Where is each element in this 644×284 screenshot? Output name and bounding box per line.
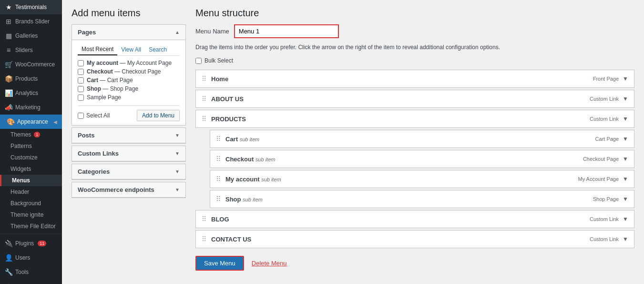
sidebar-item-tools[interactable]: 🔧 Tools [0,265,62,279]
sidebar-item-label: Testimonials [15,4,47,11]
menu-item-cart-left: ⠿ Cart sub item [216,135,259,143]
drag-handle-icon[interactable]: ⠿ [202,95,206,103]
menu-item-home-left: ⠿ Home [202,75,228,83]
select-all-label[interactable]: Select All [78,112,110,119]
sidebar-item-label: Galleries [15,32,38,39]
menu-item-chevron-icon[interactable]: ▼ [623,156,628,162]
tab-view-all[interactable]: View All [117,44,145,55]
bulk-select-bar: Bulk Select [195,57,634,64]
custom-links-accordion-header[interactable]: Custom Links ▼ [72,146,185,161]
save-menu-button[interactable]: Save Menu [195,256,244,271]
sidebar-item-testimonials[interactable]: ★ Testimonials [0,0,62,14]
categories-accordion: Categories ▼ [72,164,186,180]
bulk-select-checkbox[interactable] [195,58,202,64]
tab-search[interactable]: Search [145,44,171,55]
sidebar-item-background[interactable]: Background [0,198,62,209]
woocommerce-title: WooCommerce endpoints [78,186,154,193]
page-checkbox-shop[interactable] [78,86,84,92]
drag-handle-icon[interactable]: ⠿ [216,155,221,163]
galleries-icon: ▦ [5,32,12,40]
sidebar-item-plugins[interactable]: 🔌 Plugins 11 [0,236,62,251]
drag-handle-icon[interactable]: ⠿ [216,175,221,183]
sidebar-item-patterns[interactable]: Patterns [0,140,62,152]
menu-item-home-right: Front Page ▼ [593,75,628,82]
pages-checkbox-list: My account — My Account Page Checkout — … [78,60,180,101]
menu-item-my-account: ⠿ My account sub item My Account Page ▼ [210,170,634,188]
drag-handle-icon[interactable]: ⠿ [202,235,206,243]
page-item-shop: Shop — Shop Page [78,85,180,92]
menu-item-chevron-icon[interactable]: ▼ [623,95,628,102]
select-all-checkbox[interactable] [78,113,84,119]
menu-item-chevron-icon[interactable]: ▼ [623,216,628,222]
posts-accordion-header[interactable]: Posts ▼ [72,128,185,143]
sidebar-item-settings[interactable]: ⚙ Settings [0,279,62,284]
tab-most-recent[interactable]: Most Recent [78,44,117,55]
categories-accordion-header[interactable]: Categories ▼ [72,164,185,179]
sidebar-item-users[interactable]: 👤 Users [0,251,62,265]
menu-item-chevron-icon[interactable]: ▼ [623,176,628,182]
menu-item-shop-left: ⠿ Shop sub item [216,195,263,203]
sidebar-item-sliders[interactable]: ≡ Sliders [0,43,62,57]
drag-handle-icon[interactable]: ⠿ [216,135,221,143]
sidebar-item-marketing[interactable]: 📣 Marketing [0,100,62,115]
page-label-myaccount: My account — My Account Page [87,60,172,66]
add-to-menu-button[interactable]: Add to Menu [137,110,180,121]
sidebar-item-widgets[interactable]: Widgets [0,163,62,175]
menu-item-contact-us: ⠿ CONTACT US Custom Link ▼ [195,230,634,248]
drag-handle-icon[interactable]: ⠿ [202,75,206,83]
pages-title: Pages [78,29,96,36]
menu-item-chevron-icon[interactable]: ▼ [623,75,628,82]
sidebar-item-themes[interactable]: Themes1 [0,129,62,140]
menu-name-input[interactable] [234,24,339,38]
delete-menu-button[interactable]: Delete Menu [252,260,287,267]
page-checkbox-sample[interactable] [78,95,84,101]
sidebar-item-theme-file-editor[interactable]: Theme File Editor [0,221,62,232]
menu-item-chevron-icon[interactable]: ▼ [623,196,628,202]
menu-item-blog-left: ⠿ BLOG [202,215,229,223]
sidebar-item-label: Appearance [17,118,48,125]
sidebar-item-label: Users [15,254,30,261]
pages-chevron-icon: ▲ [175,30,180,35]
sidebar-item-customize[interactable]: Customize [0,152,62,163]
page-checkbox-cart[interactable] [78,77,84,84]
menu-structure-title: Menu structure [195,8,634,19]
woocommerce-accordion: WooCommerce endpoints ▼ [72,182,186,198]
sidebar-item-label: Tools [15,269,29,275]
plugins-badge: 11 [38,241,46,246]
menu-item-cart-right: Cart Page ▼ [595,136,628,142]
sidebar-item-header[interactable]: Header [0,186,62,198]
sidebar-item-brands-slider[interactable]: ⊞ Brands Slider [0,14,62,29]
sidebar-item-appearance[interactable]: 🎨 Appearance ◀ [0,115,62,129]
menu-structure-panel: Menu structure Menu Name Drag the items … [195,8,634,276]
menu-item-checkout: ⠿ Checkout sub item Checkout Page ▼ [210,150,634,168]
sidebar-item-analytics[interactable]: 📊 Analytics [0,86,62,100]
drag-handle-icon[interactable]: ⠿ [216,195,221,203]
sidebar-item-label: Marketing [15,104,41,111]
menu-item-products-left: ⠿ PRODUCTS [202,115,246,123]
page-item-sample: Sample Page [78,94,180,101]
pages-tabs: Most Recent View All Search [78,44,180,56]
menu-item-chevron-icon[interactable]: ▼ [623,236,628,242]
drag-handle-icon[interactable]: ⠿ [202,215,206,223]
sidebar-item-label: Plugins [15,240,34,247]
menu-item-chevron-icon[interactable]: ▼ [623,116,628,122]
menu-item-chevron-icon[interactable]: ▼ [623,136,628,142]
sidebar-item-theme-ignite[interactable]: Theme ignite [0,209,62,221]
woocommerce-chevron-icon: ▼ [175,187,180,192]
menu-item-checkout-left: ⠿ Checkout sub item [216,155,275,163]
tools-icon: 🔧 [5,268,12,276]
custom-links-chevron-icon: ▼ [175,151,180,156]
sidebar-item-products[interactable]: 📦 Products [0,72,62,86]
menu-item-shop-right: Shop Page ▼ [593,196,628,202]
menu-item-blog-right: Custom Link ▼ [590,216,628,222]
menu-item-contact-us-right: Custom Link ▼ [590,236,628,242]
page-checkbox-myaccount[interactable] [78,60,84,66]
drag-handle-icon[interactable]: ⠿ [202,115,206,123]
pages-accordion-header[interactable]: Pages ▲ [72,25,185,40]
sidebar-item-woocommerce[interactable]: 🛒 WooCommerce [0,57,62,72]
sidebar-item-galleries[interactable]: ▦ Galleries [0,29,62,43]
page-checkbox-checkout[interactable] [78,69,84,75]
save-row: Save Menu Delete Menu [195,256,634,271]
woocommerce-accordion-header[interactable]: WooCommerce endpoints ▼ [72,182,185,198]
sidebar-item-menus[interactable]: Menus [0,175,62,186]
